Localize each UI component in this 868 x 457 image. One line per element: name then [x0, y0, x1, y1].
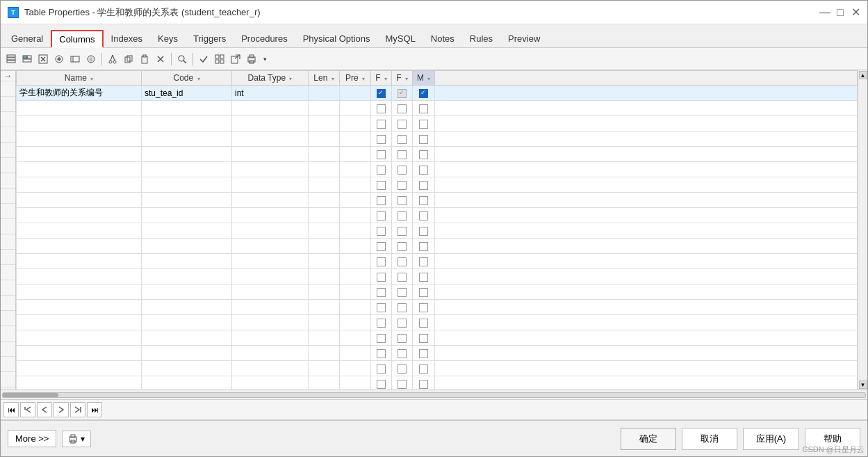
- table-row[interactable]: [17, 330, 858, 346]
- checkbox[interactable]: [419, 135, 428, 144]
- checkbox[interactable]: [377, 150, 386, 159]
- col-header-name[interactable]: Name ▾: [17, 71, 142, 86]
- tab-rules[interactable]: Rules: [462, 29, 500, 47]
- tb-btn-2[interactable]: [19, 51, 35, 67]
- more-button[interactable]: More >>: [8, 430, 56, 447]
- checkbox[interactable]: [398, 196, 407, 205]
- table-row[interactable]: [17, 147, 858, 162]
- checkbox[interactable]: [398, 380, 407, 389]
- tb-new-row-btn[interactable]: [3, 51, 19, 67]
- col-header-m[interactable]: M ▾: [413, 71, 435, 86]
- tb-btn-5[interactable]: [67, 51, 83, 67]
- checkbox[interactable]: [419, 334, 428, 343]
- table-row[interactable]: [17, 131, 858, 147]
- checkbox[interactable]: [377, 319, 386, 328]
- table-scroll-area[interactable]: → Name ▾ Code ▾ Data Type ▾ Len ▾ Pre ▾ …: [1, 70, 867, 399]
- checkbox[interactable]: [419, 181, 428, 190]
- h-scroll-thumb[interactable]: [3, 393, 58, 397]
- tab-triggers[interactable]: Triggers: [186, 29, 234, 47]
- checkbox[interactable]: [377, 334, 386, 343]
- table-row[interactable]: [17, 269, 858, 284]
- checkbox[interactable]: [419, 319, 428, 328]
- checkbox[interactable]: [377, 104, 386, 113]
- tb-cut-btn[interactable]: [105, 51, 120, 67]
- checkbox[interactable]: [398, 181, 407, 190]
- table-row[interactable]: [17, 300, 858, 315]
- tb-export-btn[interactable]: [228, 51, 243, 67]
- checkbox[interactable]: [398, 303, 407, 312]
- checkbox[interactable]: [419, 257, 428, 266]
- checkbox[interactable]: [398, 349, 407, 358]
- table-row[interactable]: [17, 346, 858, 361]
- table-row[interactable]: [17, 162, 858, 177]
- checkbox[interactable]: [398, 257, 407, 266]
- checkbox[interactable]: [419, 120, 428, 129]
- minimize-button[interactable]: —: [820, 8, 830, 17]
- table-row[interactable]: [17, 315, 858, 330]
- tb-btn-4[interactable]: [51, 51, 67, 67]
- checkbox[interactable]: [377, 89, 386, 98]
- table-row[interactable]: [17, 101, 858, 116]
- table-row[interactable]: [17, 223, 858, 239]
- close-button[interactable]: ✕: [851, 8, 860, 17]
- checkbox[interactable]: [377, 364, 386, 374]
- checkbox[interactable]: [419, 227, 428, 236]
- checkbox[interactable]: [419, 349, 428, 358]
- col-header-f1[interactable]: F ▾: [371, 71, 392, 86]
- tab-notes[interactable]: Notes: [423, 29, 462, 47]
- checkbox[interactable]: [398, 334, 407, 343]
- main-table-area[interactable]: Name ▾ Code ▾ Data Type ▾ Len ▾ Pre ▾ F …: [16, 70, 858, 390]
- tab-mysql[interactable]: MySQL: [378, 29, 423, 47]
- checkbox[interactable]: [419, 273, 428, 282]
- checkbox[interactable]: [398, 104, 407, 113]
- checkbox[interactable]: [398, 242, 407, 251]
- checkbox[interactable]: [377, 288, 386, 297]
- tb-delete-btn[interactable]: [153, 51, 168, 67]
- nav-first-btn[interactable]: ⏮: [3, 402, 19, 417]
- checkbox[interactable]: [419, 303, 428, 312]
- col-header-code[interactable]: Code ▾: [142, 71, 232, 86]
- tab-keys[interactable]: Keys: [150, 29, 186, 47]
- maximize-button[interactable]: □: [835, 8, 845, 17]
- tb-grid-btn[interactable]: [212, 51, 227, 67]
- checkbox[interactable]: [398, 135, 407, 144]
- checkbox[interactable]: [377, 135, 386, 144]
- h-scroll-track[interactable]: [2, 392, 866, 398]
- checkbox[interactable]: [377, 257, 386, 266]
- table-row[interactable]: [17, 361, 858, 376]
- tab-procedures[interactable]: Procedures: [234, 29, 295, 47]
- tab-general[interactable]: General: [3, 29, 51, 47]
- print-button[interactable]: ▾: [62, 431, 91, 447]
- checkbox[interactable]: [377, 380, 386, 389]
- apply-button[interactable]: 应用(A): [743, 428, 799, 450]
- horizontal-scrollbar[interactable]: [1, 390, 867, 399]
- col-header-pre[interactable]: Pre ▾: [340, 71, 371, 86]
- checkbox[interactable]: [398, 166, 407, 175]
- checkbox[interactable]: [377, 227, 386, 236]
- scroll-down-arrow[interactable]: ▼: [859, 380, 867, 389]
- checkbox[interactable]: [419, 288, 428, 297]
- checkbox[interactable]: [419, 380, 428, 389]
- checkbox[interactable]: [398, 364, 407, 374]
- scroll-up-arrow[interactable]: ▲: [859, 71, 867, 79]
- tb-find-btn[interactable]: [174, 51, 190, 67]
- cancel-button[interactable]: 取消: [682, 428, 737, 450]
- checkbox[interactable]: [377, 120, 386, 129]
- checkbox[interactable]: [419, 196, 428, 205]
- nav-next-btn[interactable]: [54, 402, 69, 417]
- checkbox[interactable]: [377, 242, 386, 251]
- checkbox[interactable]: [419, 166, 428, 175]
- tb-btn-3[interactable]: [35, 51, 51, 67]
- checkbox[interactable]: [398, 273, 407, 282]
- tb-check-btn[interactable]: [196, 51, 211, 67]
- checkbox[interactable]: [398, 288, 407, 297]
- checkbox[interactable]: [377, 181, 386, 190]
- nav-next-group-btn[interactable]: [70, 402, 85, 417]
- checkbox[interactable]: [419, 104, 428, 113]
- checkbox[interactable]: [398, 120, 407, 129]
- checkbox[interactable]: [419, 364, 428, 374]
- checkbox[interactable]: [419, 89, 428, 98]
- checkbox[interactable]: [377, 196, 386, 205]
- nav-prev-group-btn[interactable]: [20, 402, 35, 417]
- table-row[interactable]: 学生和教师的关系编号stu_tea_idint: [17, 86, 858, 101]
